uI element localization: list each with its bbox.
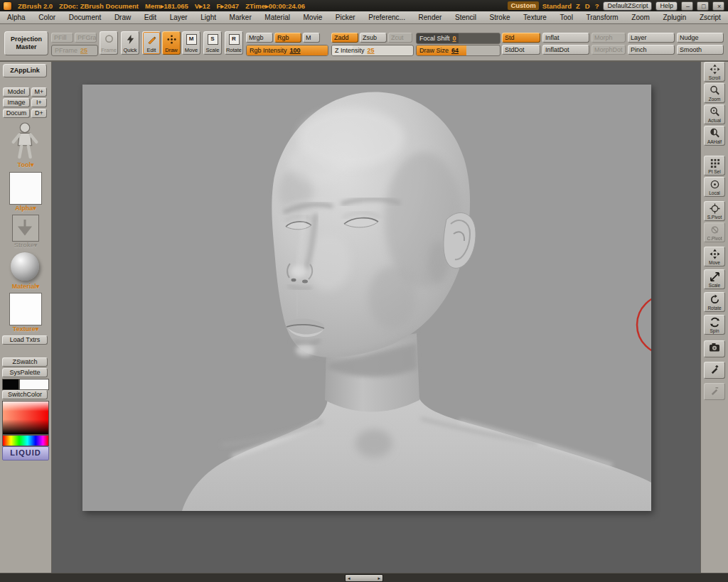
- switchcolor-button[interactable]: SwitchColor: [2, 390, 48, 399]
- pframe-slider[interactable]: PFrame 25: [51, 45, 98, 56]
- color-picker-hue-strip[interactable]: [2, 435, 49, 446]
- scroll-right-icon[interactable]: ▸: [378, 576, 380, 581]
- material-flyout-label[interactable]: Material▾: [0, 283, 51, 290]
- stroke-flyout-label[interactable]: Stroke▾: [0, 242, 51, 249]
- menu-light[interactable]: Light: [200, 14, 216, 21]
- brush-inflat-button[interactable]: Inflat: [542, 33, 589, 43]
- zbrush-document[interactable]: [82, 85, 651, 511]
- brush-stddot-button[interactable]: StdDot: [502, 45, 540, 55]
- menu-render[interactable]: Render: [419, 14, 442, 21]
- rotate-mode-button[interactable]: R Rotate: [225, 31, 243, 55]
- spin-button[interactable]: Spin: [704, 315, 725, 335]
- menu-picker[interactable]: Picker: [336, 14, 355, 21]
- menu-texture[interactable]: Texture: [523, 14, 547, 21]
- scroll-button[interactable]: Scroll: [704, 62, 725, 82]
- secondary-color-swatch[interactable]: [19, 379, 49, 390]
- zoom-button[interactable]: Zoom: [704, 83, 725, 103]
- main-color-swatch[interactable]: [2, 379, 19, 390]
- menu-draw[interactable]: Draw: [114, 14, 131, 21]
- rgb-intensity-slider[interactable]: Rgb Intensity 100: [246, 45, 328, 56]
- menu-zscript[interactable]: Zscript: [700, 14, 721, 21]
- clear-pivot-button[interactable]: C.Pivot: [704, 222, 725, 242]
- menu-marker[interactable]: Marker: [230, 14, 252, 21]
- brush-pinch-button[interactable]: Pinch: [628, 45, 675, 55]
- menu-material[interactable]: Material: [264, 14, 290, 21]
- scale-mode-button[interactable]: S Scale: [203, 31, 222, 55]
- brush-nudge-button[interactable]: Nudge: [677, 33, 724, 43]
- maximize-button[interactable]: □: [697, 1, 709, 11]
- marker-add-button[interactable]: [704, 362, 725, 379]
- local-transform-button[interactable]: Local: [704, 177, 725, 197]
- pfill-button[interactable]: PFill: [51, 33, 73, 43]
- tool-flyout-label[interactable]: Tool▾: [0, 161, 51, 168]
- focal-shift-slider[interactable]: Focal Shift 0: [416, 33, 500, 44]
- model-button[interactable]: Model: [3, 87, 30, 97]
- pfgra-button[interactable]: PFGra: [75, 33, 97, 43]
- menu-tool[interactable]: Tool: [560, 14, 573, 21]
- menu-zoom[interactable]: Zoom: [631, 14, 650, 21]
- actual-size-button[interactable]: Actual: [704, 104, 725, 124]
- edit-mode-button[interactable]: Edit: [142, 31, 161, 55]
- zswatch-button[interactable]: ZSwatch: [2, 357, 48, 367]
- m-button[interactable]: M: [303, 33, 320, 43]
- projection-master-button[interactable]: Projection Master: [4, 31, 48, 55]
- quick-button[interactable]: Quick: [121, 31, 139, 55]
- image-button[interactable]: Image: [3, 98, 30, 107]
- draw-mode-button[interactable]: Draw: [162, 31, 181, 55]
- marker-remove-button[interactable]: [704, 383, 725, 400]
- menu-color[interactable]: Color: [38, 14, 55, 21]
- custom-ui-button[interactable]: Custom: [508, 1, 538, 10]
- brush-morphdot-button[interactable]: MorphDot: [592, 45, 626, 55]
- rgb-button[interactable]: Rgb: [274, 33, 301, 43]
- current-material-sphere[interactable]: [11, 252, 39, 281]
- help-button[interactable]: Help: [655, 1, 678, 11]
- current-stroke-thumbnail[interactable]: [12, 215, 39, 242]
- current-alpha-thumbnail[interactable]: [9, 172, 42, 205]
- menu-document[interactable]: Document: [69, 14, 102, 21]
- close-button[interactable]: ×: [712, 1, 724, 11]
- current-texture-thumbnail[interactable]: [9, 293, 42, 325]
- aahalf-button[interactable]: AAHalf: [704, 126, 725, 146]
- z-hotkey-button[interactable]: Z: [575, 2, 581, 10]
- minimize-button[interactable]: –: [681, 1, 693, 11]
- move-mode-button[interactable]: M Move: [182, 31, 200, 55]
- mrgb-button[interactable]: Mrgb: [246, 33, 273, 43]
- brush-smooth-button[interactable]: Smooth: [677, 45, 724, 55]
- menu-layer[interactable]: Layer: [170, 14, 188, 21]
- menu-alpha[interactable]: Alpha: [7, 14, 26, 21]
- image-add-button[interactable]: I+: [31, 98, 47, 107]
- menu-edit[interactable]: Edit: [144, 14, 156, 21]
- rotate-gyro-button[interactable]: Rotate: [704, 292, 725, 312]
- alpha-flyout-label[interactable]: Alpha▾: [0, 205, 51, 212]
- zapplink-button[interactable]: ZAppLink: [3, 64, 47, 77]
- scroll-left-icon[interactable]: ◂: [348, 576, 350, 581]
- menu-zplugin[interactable]: Zplugin: [663, 14, 686, 21]
- help-question-button[interactable]: ?: [594, 2, 600, 10]
- texture-flyout-label[interactable]: Texture▾: [0, 325, 51, 333]
- menu-preferences[interactable]: Preferenc...: [368, 14, 405, 21]
- brush-layer-button[interactable]: Layer: [628, 33, 675, 43]
- menu-stencil[interactable]: Stencil: [455, 14, 476, 21]
- model-add-button[interactable]: M+: [31, 87, 47, 97]
- move-gyro-button[interactable]: Move: [704, 247, 725, 266]
- zcut-button[interactable]: Zcut: [388, 33, 412, 43]
- d-hotkey-button[interactable]: D: [584, 2, 591, 10]
- brush-std-button[interactable]: Std: [502, 33, 540, 43]
- set-pivot-button[interactable]: S.Pivot: [704, 201, 725, 221]
- liquid-theme-button[interactable]: LIQUID: [2, 446, 49, 460]
- frame-button[interactable]: Frame: [100, 31, 118, 55]
- menu-movie[interactable]: Movie: [304, 14, 323, 21]
- scale-gyro-button[interactable]: Scale: [704, 269, 725, 289]
- color-picker-square[interactable]: [2, 401, 49, 435]
- brush-morph-button[interactable]: Morph: [592, 33, 626, 43]
- brush-inflatdot-button[interactable]: InflatDot: [542, 45, 589, 55]
- menu-transform[interactable]: Transform: [586, 14, 618, 21]
- zadd-button[interactable]: Zadd: [331, 33, 358, 43]
- standard-ui-button[interactable]: Standard: [542, 2, 572, 10]
- current-tool-thumbnail[interactable]: [8, 122, 42, 160]
- default-zscript-button[interactable]: DefaultZScript: [603, 1, 652, 11]
- syspalette-button[interactable]: SysPalette: [2, 368, 48, 377]
- document-add-button[interactable]: D+: [31, 109, 47, 118]
- z-intensity-slider[interactable]: Z Intensity 25: [331, 45, 414, 56]
- horizontal-scrollbar-thumb[interactable]: ◂ ▸: [345, 574, 383, 582]
